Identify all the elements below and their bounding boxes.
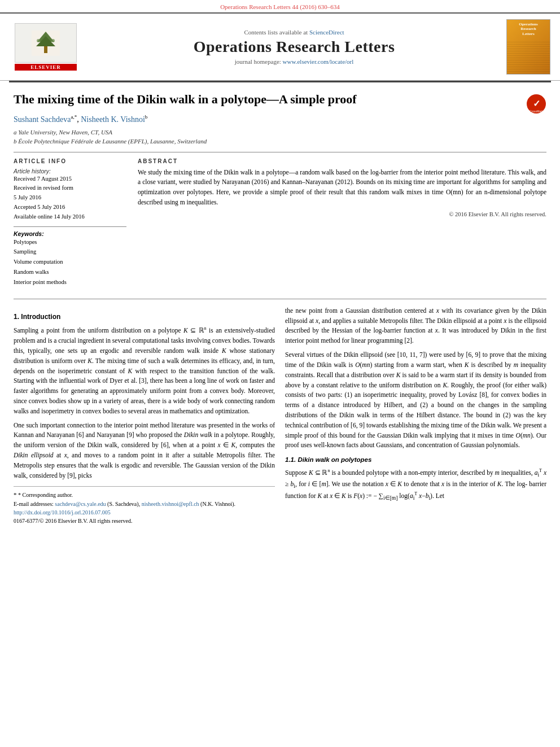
footnote-star-text: * Corresponding author. bbox=[18, 492, 73, 498]
right-para2: Several virtues of the Dikin ellipsoid (… bbox=[285, 350, 546, 451]
keywords-block: Keywords: Polytopes Sampling Volume comp… bbox=[14, 230, 126, 287]
author1-sup: a,* bbox=[71, 114, 77, 120]
doi-link[interactable]: http://dx.doi.org/10.1016/j.orl.2016.07.… bbox=[14, 509, 111, 516]
body-para2: One such important connection to the int… bbox=[14, 421, 275, 481]
svg-text:✓: ✓ bbox=[533, 99, 540, 108]
copyright-line: © 2016 Elsevier B.V. All rights reserved… bbox=[138, 211, 546, 217]
journal-reference: Operations Research Letters 44 (2016) 63… bbox=[220, 3, 340, 10]
affil-a: a Yale University, New Haven, CT, USA bbox=[14, 128, 546, 137]
right-para1: the new point from a Gaussian distributi… bbox=[285, 306, 546, 346]
history-block: Article history: Received 7 August 2015 … bbox=[14, 168, 126, 222]
email2-name: (N.K. Vishnoi). bbox=[200, 501, 235, 507]
svg-rect-1 bbox=[44, 46, 47, 53]
svg-point-4 bbox=[37, 39, 40, 42]
svg-text:CrossMark: CrossMark bbox=[530, 110, 544, 113]
keywords-label: Keywords: bbox=[14, 230, 126, 237]
email-label: E-mail addresses: bbox=[14, 501, 54, 507]
section1-num: 1. bbox=[14, 313, 19, 321]
affiliations: a Yale University, New Haven, CT, USA b … bbox=[14, 128, 546, 146]
kw-volume: Volume computation bbox=[14, 257, 126, 267]
keywords-list: Polytopes Sampling Volume computation Ra… bbox=[14, 237, 126, 287]
date-received: Received 7 August 2015 bbox=[14, 174, 126, 184]
journal-ref-bar: Operations Research Letters 44 (2016) 63… bbox=[0, 0, 560, 12]
body-columns: 1. Introduction Sampling a point from th… bbox=[14, 306, 546, 525]
info-abstract-section: Article Info Article history: Received 7… bbox=[14, 158, 546, 292]
issn-line: 0167-6377/© 2016 Elsevier B.V. All right… bbox=[14, 517, 275, 525]
email2-link[interactable]: nisheeth.vishnoi@epfl.ch bbox=[142, 501, 199, 507]
homepage-link[interactable]: www.elsevier.com/locate/orl bbox=[283, 58, 354, 65]
abstract-title: Abstract bbox=[138, 158, 546, 164]
contents-line: Contents lists available at ScienceDirec… bbox=[244, 29, 344, 36]
date-revised: Received in revised form5 July 2016 bbox=[14, 184, 126, 203]
svg-point-5 bbox=[51, 39, 55, 42]
footnote-area: * * Corresponding author. E-mail address… bbox=[14, 486, 275, 525]
kw-polytopes: Polytopes bbox=[14, 237, 126, 247]
elsevier-logo: ELSEVIER bbox=[15, 23, 77, 71]
journal-cover: OperationsResearchLetters bbox=[506, 19, 551, 75]
title-row: The mixing time of the Dikin walk in a p… bbox=[14, 91, 546, 114]
subsection-1-1: 1.1. Dikin walk on polytopes bbox=[285, 455, 546, 465]
email1-link[interactable]: sachdeva@cs.yale.edu bbox=[55, 501, 106, 507]
doi-line: http://dx.doi.org/10.1016/j.orl.2016.07.… bbox=[14, 508, 275, 517]
right-para3: Suppose K ⊆ ℝn is a bounded polytope wit… bbox=[285, 468, 546, 503]
section1-heading: 1. Introduction bbox=[14, 312, 275, 322]
article-area: The mixing time of the Dikin walk in a p… bbox=[0, 82, 560, 536]
elsevier-wordmark: ELSEVIER bbox=[15, 64, 77, 71]
kw-random: Random walks bbox=[14, 267, 126, 277]
author2-sup: b bbox=[145, 114, 148, 120]
abstract-col: Abstract We study the mixing time of the… bbox=[138, 158, 546, 292]
section1-title: Introduction bbox=[21, 313, 60, 321]
journal-center-info: Contents lists available at ScienceDirec… bbox=[88, 19, 500, 75]
author1-link[interactable]: Sushant Sachdeva bbox=[14, 115, 71, 124]
email1-name: (S. Sachdeva), bbox=[107, 501, 140, 507]
body-para1: Sampling a point from the uniform distri… bbox=[14, 325, 275, 416]
kw-sampling: Sampling bbox=[14, 247, 126, 257]
article-title: The mixing time of the Dikin walk in a p… bbox=[14, 91, 357, 108]
body-left-col: 1. Introduction Sampling a point from th… bbox=[14, 306, 275, 525]
author2-link[interactable]: Nisheeth K. Vishnoi bbox=[81, 115, 145, 124]
authors-line: Sushant Sachdevaa,*, Nisheeth K. Vishnoi… bbox=[14, 114, 546, 124]
logo-image bbox=[15, 23, 77, 63]
cover-pattern bbox=[507, 40, 550, 74]
article-info-separator bbox=[14, 152, 546, 152]
journal-header: ELSEVIER Contents lists available at Sci… bbox=[0, 12, 560, 81]
body-right-col: the new point from a Gaussian distributi… bbox=[285, 306, 546, 525]
crossmark-icon[interactable]: ✓ CrossMark bbox=[526, 94, 546, 114]
date-accepted: Accepted 5 July 2016 bbox=[14, 203, 126, 212]
elsevier-logo-container: ELSEVIER bbox=[9, 19, 82, 75]
cover-image: OperationsResearchLetters bbox=[506, 19, 550, 75]
homepage-line: journal homepage: www.elsevier.com/locat… bbox=[235, 58, 354, 65]
sciencedirect-link[interactable]: ScienceDirect bbox=[309, 29, 344, 36]
abstract-text: We study the mixing time of the Dikin wa… bbox=[138, 168, 546, 208]
footnote-email-line: E-mail addresses: sachdeva@cs.yale.edu (… bbox=[14, 500, 275, 508]
footnote-star-line: * * Corresponding author. bbox=[14, 490, 275, 500]
affil-b: b École Polytechnique Fédérale de Lausan… bbox=[14, 137, 546, 146]
kw-interior: Interior point methods bbox=[14, 277, 126, 287]
date-available: Available online 14 July 2016 bbox=[14, 212, 126, 222]
history-label: Article history: bbox=[14, 168, 126, 174]
cover-title-text: OperationsResearchLetters bbox=[519, 22, 537, 36]
kw-separator bbox=[14, 226, 126, 227]
body-separator bbox=[14, 299, 546, 299]
journal-title: Operations Research Letters bbox=[194, 38, 395, 56]
article-info-title: Article Info bbox=[14, 158, 126, 164]
tree-svg bbox=[32, 30, 60, 56]
article-info-col: Article Info Article history: Received 7… bbox=[14, 158, 126, 292]
